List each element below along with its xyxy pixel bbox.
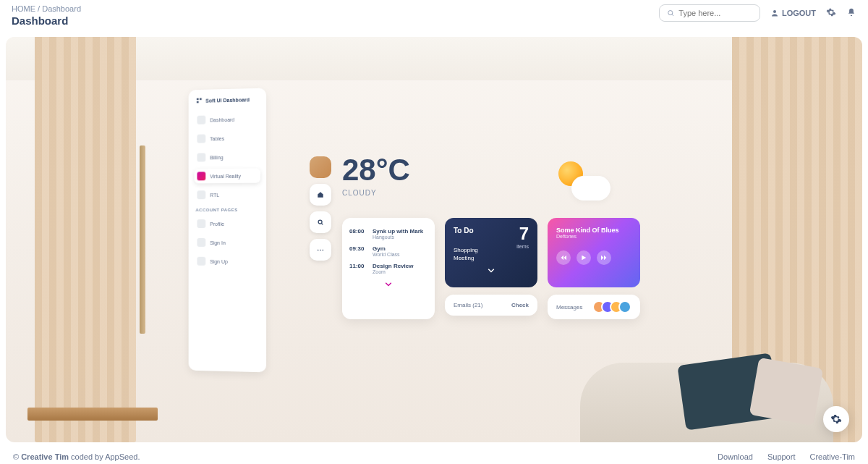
gear-icon[interactable]: [826, 7, 836, 20]
weather-temperature: 28°C: [342, 153, 410, 187]
sidebar-item-vr[interactable]: Virtual Reality: [195, 168, 260, 183]
search-input[interactable]: [678, 9, 752, 17]
next-icon: [601, 255, 607, 261]
emails-label: Emails (21): [454, 302, 482, 308]
logout-link[interactable]: LOGOUT: [770, 9, 816, 17]
user-icon: [770, 9, 779, 17]
svg-rect-4: [200, 98, 201, 101]
card-icon: [197, 153, 205, 161]
footer-link-creative-tim[interactable]: Creative-Tim: [809, 452, 855, 461]
vr-icon: [197, 172, 205, 180]
sidebar-item-dashboard[interactable]: Dashboard: [195, 111, 260, 127]
sidebar-item-rtl[interactable]: RTL: [195, 187, 260, 203]
breadcrumb-current: Dashboard: [42, 4, 81, 13]
music-play-button[interactable]: [576, 250, 591, 265]
shop-icon: [197, 116, 205, 125]
breadcrumb: HOME / Dashboard: [12, 4, 81, 13]
avatar[interactable]: [310, 156, 331, 178]
sidebar-item-tables[interactable]: Tables: [195, 130, 260, 146]
svg-rect-3: [197, 98, 198, 101]
sidebar-item-billing[interactable]: Billing: [195, 149, 260, 164]
music-next-button[interactable]: [597, 250, 611, 265]
footer-copyright: © Creative Tim coded by AppSeed.: [13, 452, 140, 461]
sidebar: Soft UI Dashboard Dashboard Tables Billi…: [189, 88, 266, 373]
prev-icon: [561, 255, 566, 261]
weather-condition: CLOUDY: [342, 189, 410, 197]
footer-link-support[interactable]: Support: [767, 452, 796, 461]
svg-point-9: [320, 249, 321, 250]
sidebar-brand[interactable]: Soft UI Dashboard: [195, 96, 260, 104]
sidebar-section-label: ACCOUNT PAGES: [195, 208, 260, 212]
home-button[interactable]: [310, 184, 331, 206]
messages-card[interactable]: Messages: [548, 295, 640, 319]
breadcrumb-home[interactable]: HOME: [12, 4, 35, 13]
svg-point-8: [318, 249, 319, 250]
schedule-card: 08:00Synk up with MarkHangouts 09:30GymW…: [342, 218, 435, 319]
schedule-row[interactable]: 09:30GymWorld Class: [342, 242, 435, 260]
house-icon: [317, 191, 324, 198]
svg-rect-5: [197, 101, 198, 104]
weather-widget: 28°C CLOUDY: [342, 153, 410, 197]
sidebar-item-profile[interactable]: Profile: [195, 216, 260, 231]
bell-icon[interactable]: [846, 7, 856, 20]
table-icon: [197, 135, 205, 143]
message-avatars: [597, 300, 631, 313]
play-icon: [581, 255, 587, 261]
sidebar-item-signup[interactable]: Sign Up: [195, 254, 260, 269]
emails-check-link[interactable]: Check: [511, 302, 529, 308]
gear-icon: [830, 413, 842, 425]
svg-point-0: [668, 11, 673, 15]
hero-background: Soft UI Dashboard Dashboard Tables Billi…: [6, 37, 862, 442]
search-button[interactable]: [310, 211, 331, 233]
todo-card[interactable]: To Do 7 items ShoppingMeeting: [445, 218, 537, 287]
schedule-row[interactable]: 08:00Synk up with MarkHangouts: [342, 225, 435, 242]
schedule-row[interactable]: 11:00Design ReviewZoom: [342, 260, 435, 277]
todo-expand[interactable]: [454, 266, 529, 274]
footer-link-download[interactable]: Download: [718, 452, 753, 461]
search-icon: [317, 219, 324, 226]
profile-icon: [197, 219, 205, 228]
sidebar-item-signin[interactable]: Sign In: [195, 235, 260, 250]
svg-line-1: [672, 14, 673, 16]
page-title: Dashboard: [12, 14, 81, 27]
schedule-expand[interactable]: [342, 277, 435, 288]
svg-point-2: [773, 10, 776, 13]
music-card: Some Kind Of Blues Deftones: [548, 218, 640, 287]
search-icon: [667, 9, 674, 17]
ellipsis-icon: [317, 249, 324, 251]
svg-line-7: [321, 223, 323, 224]
music-prev-button[interactable]: [556, 250, 571, 265]
signin-icon: [197, 238, 205, 247]
weather-icon: [556, 160, 610, 201]
chevron-down-icon: [488, 269, 495, 273]
emails-card: Emails (21) Check: [445, 295, 537, 316]
svg-point-10: [323, 249, 324, 250]
search-input-wrapper[interactable]: [659, 4, 760, 22]
settings-fab[interactable]: [823, 406, 849, 432]
chevron-down-icon: [385, 282, 392, 287]
rtl-icon: [197, 190, 205, 199]
signup-icon: [197, 257, 205, 266]
more-button[interactable]: [310, 239, 331, 261]
